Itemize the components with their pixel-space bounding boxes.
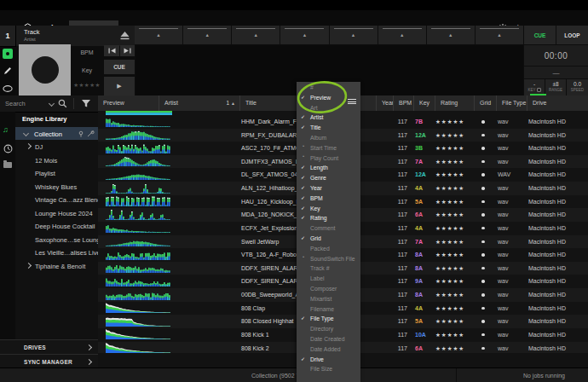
menu-item-mixartist[interactable]: Mixartist: [297, 294, 360, 304]
menu-item-file-type[interactable]: ✓File Type: [297, 314, 360, 324]
menu-item-album[interactable]: Album: [297, 133, 360, 143]
menu-item-directory[interactable]: Directory: [297, 324, 360, 334]
track-rating[interactable]: ★★★★★: [435, 195, 464, 209]
track-rating[interactable]: ★★★★★: [435, 262, 464, 275]
sidebar-item-12-mois[interactable]: 12 Mois: [15, 153, 98, 167]
menu-item-packed[interactable]: Packed: [297, 244, 360, 254]
sidebar-item-tiphaine-beno-t[interactable]: Tiphaine & Benoît: [15, 259, 98, 273]
search-bar[interactable]: Search: [0, 96, 98, 113]
track-rating[interactable]: ★★★★★: [435, 208, 464, 222]
search-dropdown-chevron-icon[interactable]: [49, 101, 55, 107]
header-rating[interactable]: Rating: [435, 96, 474, 111]
menu-item--[interactable]: #: [297, 83, 360, 93]
track-rating[interactable]: ★★★★★: [435, 342, 464, 353]
sidebar-drives[interactable]: DRIVES: [0, 339, 98, 355]
menu-item-year[interactable]: ✓Year: [297, 183, 360, 194]
play-button[interactable]: ▶: [104, 77, 135, 96]
menu-item-start-time[interactable]: •Start Time: [297, 143, 360, 153]
header-grid[interactable]: Grid: [474, 96, 496, 111]
sidebar-item-whiskey-blues[interactable]: Whiskey Blues: [15, 180, 98, 194]
deck-active-icon[interactable]: [3, 49, 13, 59]
sidebar-item-lounge-house-2024[interactable]: Lounge House 2024: [15, 206, 98, 220]
performance-pad-2[interactable]: ▲: [183, 26, 231, 44]
menu-item-artist[interactable]: ✓Artist: [297, 113, 360, 123]
loop-ellipse-icon[interactable]: [3, 84, 13, 94]
track-rating[interactable]: ★★★★★: [435, 302, 464, 315]
menu-item-rating[interactable]: ✓Rating: [297, 213, 360, 223]
collection-pin-icon[interactable]: [78, 130, 84, 137]
sidebar-item-vintage-ca-azz-blends[interactable]: Vintage Ca…azz Blends: [15, 193, 98, 206]
menu-item-genre[interactable]: ✓Genre: [297, 173, 360, 183]
next-track-button[interactable]: [120, 45, 135, 56]
search-input[interactable]: Search: [5, 100, 26, 107]
performance-pad-8[interactable]: ▲: [476, 26, 523, 44]
track-rating[interactable]: ★★★★★: [435, 168, 464, 182]
track-rating[interactable]: ★★★★★: [435, 142, 464, 155]
menu-item-file-size[interactable]: File Size: [297, 364, 360, 374]
track-rating[interactable]: ★★★★★: [435, 248, 464, 262]
expand-chevron-icon[interactable]: [26, 262, 32, 268]
sidebar-item-collection[interactable]: Collection: [15, 127, 98, 140]
menu-item-label[interactable]: Label: [297, 274, 360, 284]
performance-pad-4[interactable]: ▲: [280, 26, 328, 44]
menu-item-date-added[interactable]: Date Added: [297, 344, 360, 355]
performance-pad-7[interactable]: ▲: [427, 26, 475, 44]
expand-chevron-icon[interactable]: [26, 143, 32, 149]
performance-pad-5[interactable]: ▲: [330, 26, 378, 44]
track-rating[interactable]: ★★★★★: [435, 222, 464, 235]
sidebar-item-les-vieille-alises-live[interactable]: Les Vieille…alises Live: [15, 246, 98, 259]
menu-item-key[interactable]: ✓Key: [297, 204, 360, 214]
sidebar-item-deep-house-cocktail[interactable]: Deep House Cocktail: [15, 219, 98, 233]
speed-cell[interactable]: 0.0 SPEED: [567, 79, 588, 96]
range-cell[interactable]: ±8 RANGE: [545, 79, 566, 96]
header-key[interactable]: Key: [413, 96, 435, 111]
track-rating[interactable]: ★★★★★: [435, 275, 464, 288]
menu-item-play-count[interactable]: •Play Count: [297, 153, 360, 164]
menu-item-length[interactable]: ✓Length: [297, 163, 360, 173]
album-art[interactable]: [19, 44, 71, 96]
performance-pad-3[interactable]: ▲: [232, 26, 280, 44]
menu-item-drive[interactable]: ✓Drive: [297, 355, 360, 365]
eject-icon[interactable]: [120, 32, 130, 40]
sidebar-item-saxophone-se-lounge[interactable]: Saxophone…se Lounge: [15, 233, 98, 246]
track-rating[interactable]: ★★★★★: [435, 235, 464, 249]
music-library-icon[interactable]: ♫: [3, 125, 9, 134]
files-folder-icon[interactable]: [3, 162, 12, 168]
menu-item-track-[interactable]: Track #: [297, 263, 360, 274]
track-rating[interactable]: ★★★★★: [435, 182, 464, 195]
menu-item-date-created[interactable]: Date Created: [297, 334, 360, 344]
track-rating[interactable]: ★★★★★: [435, 315, 464, 328]
menu-item-filename[interactable]: Filename: [297, 304, 360, 315]
track-rating[interactable]: ★★★★★: [435, 288, 464, 302]
loop-button[interactable]: LOOP: [556, 26, 588, 44]
header-year[interactable]: Year: [376, 96, 393, 111]
track-rating[interactable]: ★★★★★: [435, 155, 464, 169]
sidebar-item-playlist[interactable]: Playlist: [15, 166, 98, 180]
cue-button[interactable]: CUE: [524, 26, 556, 44]
filter-icon[interactable]: [81, 99, 91, 108]
performance-pad-1[interactable]: ▲: [135, 26, 182, 44]
column-menu-burger-icon[interactable]: [348, 99, 356, 105]
deck-cue-transport-button[interactable]: CUE: [104, 60, 135, 74]
menu-item-composer[interactable]: Composer: [297, 284, 360, 294]
sidebar-item-dj[interactable]: DJ: [15, 140, 98, 153]
collection-expand-chevron-icon[interactable]: [23, 130, 29, 136]
edit-pencil-icon[interactable]: [3, 66, 13, 76]
menu-item-title[interactable]: ✓Title: [297, 123, 360, 133]
menu-item-bpm[interactable]: ✓BPM: [297, 194, 360, 204]
header-bpm[interactable]: BPM: [393, 96, 413, 111]
history-clock-icon[interactable]: [3, 144, 13, 153]
header-file-type[interactable]: File Type: [496, 96, 527, 111]
menu-item-grid[interactable]: ✓Grid: [297, 234, 360, 244]
menu-item-comment[interactable]: Comment: [297, 223, 360, 234]
deck-rating-stars[interactable]: ★★★★★: [71, 82, 103, 89]
track-rating[interactable]: ★★★★★: [435, 328, 464, 342]
header-preview[interactable]: Preview: [98, 96, 159, 111]
search-icon[interactable]: [58, 99, 67, 108]
track-rating[interactable]: ★★★★★: [435, 129, 464, 142]
track-rating[interactable]: ★★★★★: [435, 115, 464, 129]
header-drive[interactable]: Drive: [527, 96, 588, 111]
previous-track-button[interactable]: [104, 45, 119, 56]
header-artist[interactable]: Artist 1 ▲: [159, 96, 239, 111]
collection-sync-icon[interactable]: [87, 130, 95, 137]
